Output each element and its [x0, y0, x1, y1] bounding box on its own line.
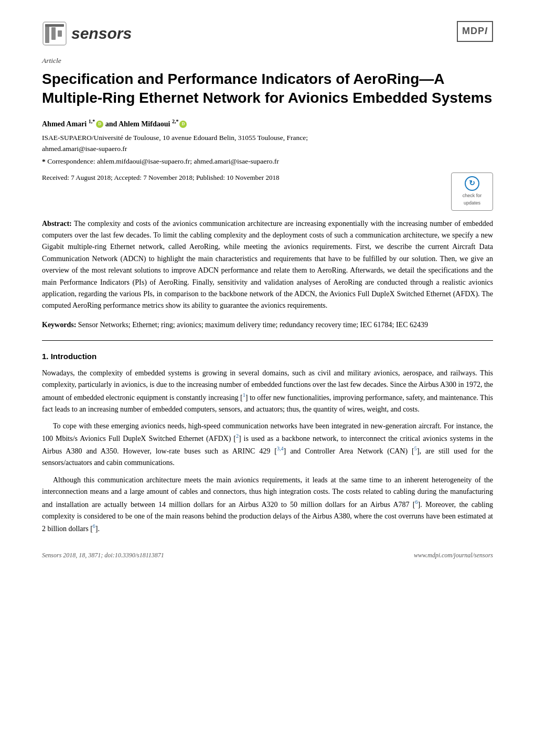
article-title: Specification and Performance Indicators… [42, 70, 493, 108]
footer-citation: Sensors 2018, 18, 3871; doi:10.3390/s181… [42, 550, 164, 560]
section1-title: 1. Introduction [42, 350, 493, 362]
journal-name: sensors [71, 21, 132, 46]
footer-url: www.mdpi.com/journal/sensors [414, 550, 493, 560]
journal-logo: sensors [42, 21, 132, 46]
sensors-logo-icon [42, 21, 67, 46]
svg-rect-2 [51, 27, 56, 40]
update-arrow-icon: ↻ [469, 178, 475, 189]
article-type-label: Article [42, 56, 493, 67]
section1-body: Nowadays, the complexity of embedded sys… [42, 368, 493, 535]
check-for-updates-badge: ↻ check for updates [451, 172, 493, 211]
check-updates-label: check for updates [457, 192, 487, 207]
section1-para2: To cope with these emerging avionics nee… [42, 420, 493, 469]
received-row: Received: 7 August 2018; Accepted: 7 Nov… [42, 172, 493, 211]
svg-rect-3 [58, 30, 62, 37]
svg-rect-4 [45, 24, 64, 27]
section1-para1: Nowadays, the complexity of embedded sys… [42, 368, 493, 415]
affiliation-text: ISAE-SUPAERO/Université de Toulouse, 10 … [42, 133, 493, 155]
section-divider [42, 340, 493, 341]
orcid-icon-mifdaoui: D [179, 121, 187, 128]
keywords-text: Sensor Networks; Ethernet; ring; avionic… [78, 321, 428, 329]
abstract-label: Abstract: [42, 220, 72, 228]
received-dates: Received: 7 August 2018; Accepted: 7 Nov… [42, 172, 451, 183]
authors-line: Ahmed Amari 1,*D and Ahlem Mifdaoui 2,*D [42, 117, 493, 129]
page-header: sensors MDPI [42, 21, 493, 46]
check-update-circle-icon: ↻ [465, 176, 479, 191]
abstract-section: Abstract: The complexity and costs of th… [42, 218, 493, 312]
orcid-icon-amari: D [96, 121, 103, 128]
svg-rect-1 [45, 24, 49, 43]
section1-para3: Although this communication architecture… [42, 474, 493, 535]
page-footer: Sensors 2018, 18, 3871; doi:10.3390/s181… [42, 550, 493, 560]
keywords-label: Keywords: [42, 321, 76, 329]
mdpi-logo: MDPI [457, 21, 493, 42]
keywords-section: Keywords: Sensor Networks; Ethernet; rin… [42, 319, 493, 331]
correspondence-text: * Correspondence: ahlem.mifdaoui@isae-su… [42, 156, 493, 167]
abstract-text: Abstract: The complexity and costs of th… [42, 218, 493, 312]
